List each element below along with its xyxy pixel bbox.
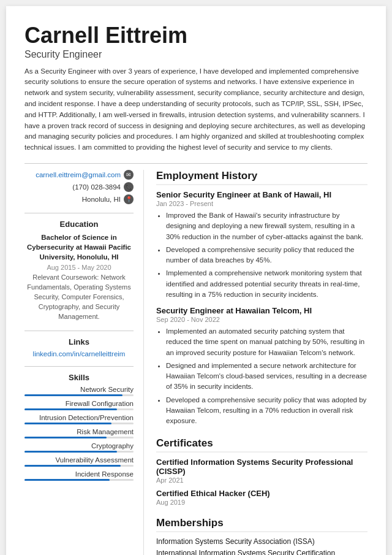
skill-bar-bg <box>24 408 134 410</box>
skill-bar-fill <box>24 408 117 410</box>
certs-list: Certified Information Systems Security P… <box>156 457 368 506</box>
jobs-list: Senior Security Engineer at Bank of Hawa… <box>156 190 368 426</box>
edu-dates: Aug 2015 - May 2020 <box>24 264 134 271</box>
skill-item: Firewall Configuration <box>24 400 134 410</box>
cert-entry: Certified Information Systems Security P… <box>156 457 368 484</box>
job-dates: Sep 2020 - Nov 2022 <box>156 316 368 323</box>
skills-heading: Skills <box>24 373 134 382</box>
phone-text: (170) 028-3894 <box>72 183 121 191</box>
skill-label: Firewall Configuration <box>24 400 134 407</box>
candidate-name: Carnell Eittreim <box>24 23 368 48</box>
resume-container: Carnell Eittreim Security Engineer As a … <box>6 6 386 555</box>
job-bullets: Implemented an automated security patchi… <box>156 326 368 426</box>
skill-bar-bg <box>24 437 134 438</box>
job-title: Senior Security Engineer at Bank of Hawa… <box>156 190 368 199</box>
skill-item: Intrusion Detection/Prevention <box>24 414 134 424</box>
cert-entry: Certified Ethical Hacker (CEH) Aug 2019 <box>156 489 368 506</box>
skill-bar-bg <box>24 465 134 467</box>
cert-title: Certified Ethical Hacker (CEH) <box>156 489 368 498</box>
phone-icon: 📞 <box>124 182 134 192</box>
linkedin-link[interactable]: linkedin.com/in/carnelleittreim <box>24 350 134 358</box>
email-contact: carnell.eittreim@gmail.com ✉ <box>24 170 134 180</box>
edu-divider <box>24 331 134 331</box>
left-column: carnell.eittreim@gmail.com ✉ (170) 028-3… <box>24 170 144 555</box>
skill-bar-fill <box>24 451 117 453</box>
job-bullet: Developed a comprehensive security polic… <box>166 395 368 427</box>
skill-item: Vulnerability Assessment <box>24 456 134 467</box>
skill-label: Intrusion Detection/Prevention <box>24 414 134 421</box>
memberships-list: Information Systems Security Association… <box>156 537 368 555</box>
location-contact: Honolulu, HI 📍 <box>24 194 134 204</box>
cert-title: Certified Information Systems Security P… <box>156 457 368 476</box>
skill-item: Risk Management <box>24 428 134 438</box>
phone-contact: (170) 028-3894 📞 <box>24 182 134 192</box>
memberships-section: Memberships Information Systems Security… <box>156 517 368 555</box>
job-title: Security Engineer at Hawaiian Telcom, HI <box>156 306 368 315</box>
skill-bar-bg <box>24 479 134 481</box>
skill-item: Cryptography <box>24 442 134 453</box>
employment-heading: Employment History <box>156 170 368 185</box>
job-bullet: Designed and implemented a secure networ… <box>166 361 368 392</box>
employment-section: Employment History Senior Security Engin… <box>156 170 368 426</box>
certificates-heading: Certificates <box>156 437 368 453</box>
skill-label: Vulnerability Assessment <box>24 456 134 464</box>
candidate-title: Security Engineer <box>24 49 368 60</box>
skill-label: Cryptography <box>24 442 134 450</box>
skill-bar-fill <box>24 423 111 424</box>
edu-coursework: Relevant Coursework: Network Fundamental… <box>24 273 134 322</box>
certificates-section: Certificates Certified Information Syste… <box>156 437 368 506</box>
job-bullets: Improved the Bank of Hawaii's security i… <box>156 210 368 300</box>
skill-bar-bg <box>24 394 134 396</box>
skill-bar-fill <box>24 394 123 396</box>
job-dates: Jan 2023 - Present <box>156 200 368 207</box>
location-text: Honolulu, HI <box>82 196 121 203</box>
skills-list: Network Security Firewall Configuration … <box>24 386 134 481</box>
skill-bar-fill <box>24 465 121 467</box>
skill-label: Risk Management <box>24 428 134 435</box>
candidate-summary: As a Security Engineer with over 3 years… <box>24 66 368 154</box>
skill-label: Network Security <box>24 386 134 393</box>
location-icon: 📍 <box>124 194 134 204</box>
memberships-heading: Memberships <box>156 517 368 532</box>
links-section: Links linkedin.com/in/carnelleittreim <box>24 337 134 358</box>
skills-section: Skills Network Security Firewall Configu… <box>24 373 134 481</box>
cert-date: Aug 2019 <box>156 499 368 506</box>
job-bullet: Developed a comprehensive security polic… <box>166 245 368 266</box>
skill-bar-fill <box>24 437 107 438</box>
links-divider <box>24 366 134 367</box>
skill-bar-fill <box>24 479 110 481</box>
job-bullet: Implemented an automated security patchi… <box>166 326 368 358</box>
right-column: Employment History Senior Security Engin… <box>144 170 368 555</box>
skill-bar-bg <box>24 423 134 424</box>
membership-item: International Information Systems Securi… <box>156 549 368 555</box>
email-icon: ✉ <box>124 170 134 180</box>
contact-divider <box>24 213 134 213</box>
education-heading: Education <box>24 220 134 229</box>
contact-section: carnell.eittreim@gmail.com ✉ (170) 028-3… <box>24 170 134 204</box>
job-entry: Security Engineer at Hawaiian Telcom, HI… <box>156 306 368 426</box>
job-entry: Senior Security Engineer at Bank of Hawa… <box>156 190 368 300</box>
education-section: Education Bachelor of Science in Cyberse… <box>24 220 134 322</box>
header-divider <box>24 163 368 164</box>
membership-item: Information Systems Security Association… <box>156 537 368 546</box>
two-col-layout: carnell.eittreim@gmail.com ✉ (170) 028-3… <box>24 170 368 555</box>
skill-label: Incident Response <box>24 470 134 478</box>
job-bullet: Improved the Bank of Hawaii's security i… <box>166 210 368 242</box>
edu-degree: Bachelor of Science in Cybersecurity at … <box>24 232 134 262</box>
skill-bar-bg <box>24 451 134 453</box>
skill-item: Incident Response <box>24 470 134 481</box>
email-link[interactable]: carnell.eittreim@gmail.com <box>36 171 121 178</box>
skill-item: Network Security <box>24 386 134 396</box>
job-bullet: Implemented a comprehensive network moni… <box>166 268 368 300</box>
cert-date: Apr 2021 <box>156 477 368 484</box>
links-heading: Links <box>24 337 134 346</box>
